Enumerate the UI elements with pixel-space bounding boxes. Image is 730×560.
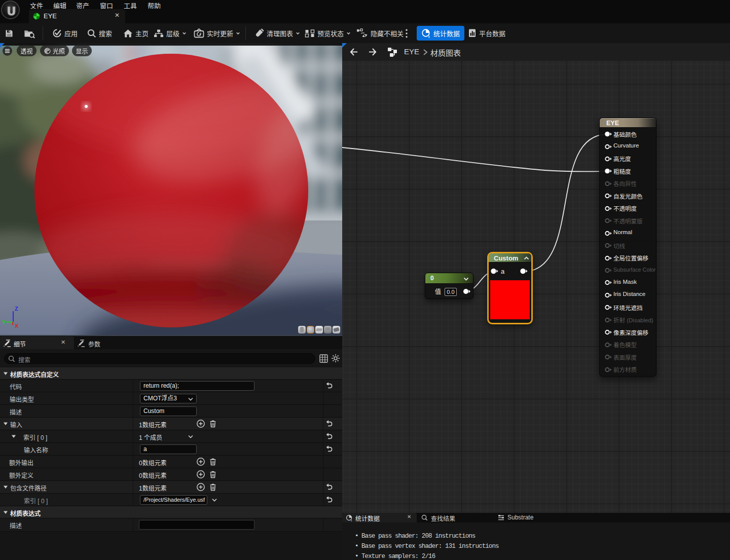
svg-text:i: i (351, 518, 352, 521)
svg-text:Y: Y (2, 319, 6, 325)
svg-text:Z: Z (15, 306, 18, 312)
svg-text:X: X (15, 323, 19, 329)
svg-text:i: i (428, 34, 429, 39)
